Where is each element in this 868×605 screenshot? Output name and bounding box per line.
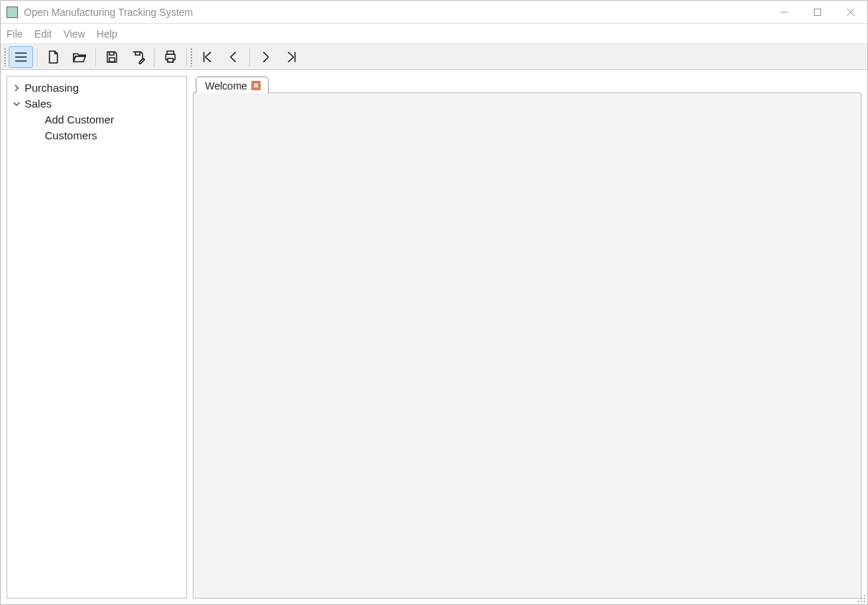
save-as-button[interactable] xyxy=(126,46,150,68)
menu-view[interactable]: View xyxy=(64,28,85,40)
tab-label: Welcome xyxy=(205,80,247,92)
tab-welcome[interactable]: Welcome xyxy=(196,77,269,93)
svg-point-18 xyxy=(861,598,862,599)
last-record-button[interactable] xyxy=(279,46,304,68)
save-edit-icon xyxy=(130,49,146,65)
svg-point-20 xyxy=(861,601,862,602)
tree-item-add-customer[interactable]: Add Customer xyxy=(12,111,182,127)
tab-content xyxy=(193,92,862,599)
resize-grip[interactable] xyxy=(856,593,866,603)
tab-close-button[interactable] xyxy=(251,81,261,90)
new-file-icon xyxy=(45,49,61,65)
svg-point-19 xyxy=(864,601,865,602)
menu-help[interactable]: Help xyxy=(97,28,118,40)
tree-label: Sales xyxy=(25,97,52,110)
print-button[interactable] xyxy=(158,46,183,68)
svg-rect-8 xyxy=(109,57,114,61)
chevron-right-icon xyxy=(12,82,22,94)
window-title: Open Manufacturing Tracking System xyxy=(24,6,193,18)
tree-item-customers[interactable]: Customers xyxy=(12,127,182,143)
svg-rect-9 xyxy=(135,51,139,55)
close-icon xyxy=(846,8,855,17)
tree-item-sales[interactable]: Sales xyxy=(12,95,182,111)
first-record-button[interactable] xyxy=(195,46,220,68)
toolbar-grip-2[interactable] xyxy=(190,48,193,66)
svg-point-16 xyxy=(864,595,865,596)
window-controls xyxy=(768,1,867,23)
tree-label: Add Customer xyxy=(45,113,114,126)
menu-bar: File Edit View Help xyxy=(1,24,867,44)
chevron-down-icon xyxy=(12,97,22,110)
open-folder-icon xyxy=(71,49,87,65)
svg-rect-1 xyxy=(815,9,821,15)
app-window: Open Manufacturing Tracking System File … xyxy=(0,0,868,605)
previous-record-button[interactable] xyxy=(221,46,246,68)
title-bar: Open Manufacturing Tracking System xyxy=(1,1,867,24)
chevron-right-icon xyxy=(258,49,274,65)
app-icon xyxy=(6,6,18,18)
first-icon xyxy=(199,49,215,65)
toolbar xyxy=(1,44,867,70)
tree-label: Purchasing xyxy=(25,82,79,94)
tab-area: Welcome xyxy=(193,76,862,599)
toggle-nav-button[interactable] xyxy=(9,46,33,68)
close-button[interactable] xyxy=(834,1,867,23)
chevron-left-icon xyxy=(225,49,241,65)
tree-item-purchasing[interactable]: Purchasing xyxy=(12,79,182,95)
save-icon xyxy=(104,49,120,65)
tree-label: Customers xyxy=(45,129,97,142)
save-button[interactable] xyxy=(100,46,124,68)
close-icon xyxy=(253,82,259,89)
menu-file[interactable]: File xyxy=(6,28,23,40)
main-body: Purchasing Sales Add Customer Customers … xyxy=(1,70,867,604)
next-record-button[interactable] xyxy=(253,46,278,68)
maximize-button[interactable] xyxy=(801,1,834,23)
svg-rect-11 xyxy=(168,58,173,62)
hamburger-icon xyxy=(13,49,29,65)
minimize-button[interactable] xyxy=(768,1,801,23)
svg-point-17 xyxy=(864,598,865,599)
menu-edit[interactable]: Edit xyxy=(35,28,52,40)
open-button[interactable] xyxy=(67,46,92,68)
minimize-icon xyxy=(780,8,789,17)
print-icon xyxy=(162,49,178,65)
svg-point-21 xyxy=(858,601,859,602)
nav-tree: Purchasing Sales Add Customer Customers xyxy=(6,76,187,599)
maximize-icon xyxy=(813,8,822,17)
new-button[interactable] xyxy=(41,46,66,68)
tab-strip: Welcome xyxy=(193,76,862,93)
svg-rect-7 xyxy=(109,51,113,55)
toolbar-grip[interactable] xyxy=(4,48,6,66)
last-icon xyxy=(284,49,300,65)
